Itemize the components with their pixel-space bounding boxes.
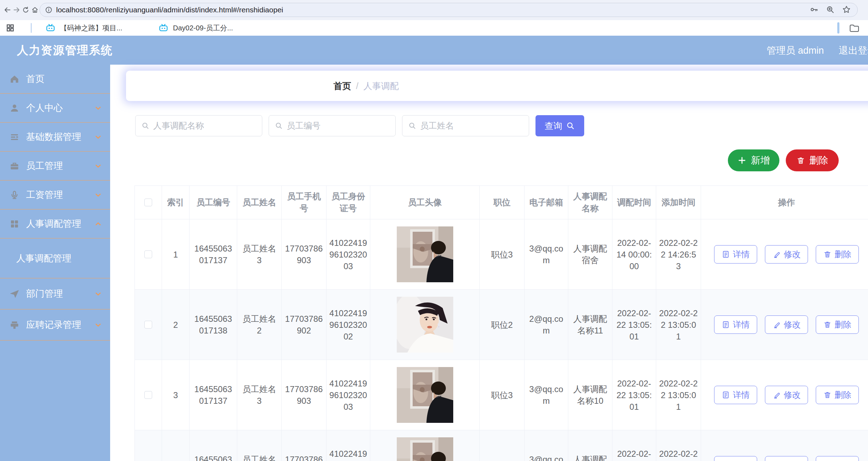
current-user[interactable]: 管理员 admin [767,44,824,57]
cell-alloc-time: 2022-02-22 13:05:01 [612,290,656,360]
address-bar[interactable]: localhost:8080/renliziyuanguanli/admin/d… [40,3,858,17]
cell-avatar [370,430,480,461]
col-alloc-name: 人事调配名称 [568,186,612,219]
browser-toolbar: localhost:8080/renliziyuanguanli/admin/d… [0,0,868,20]
search-icon [566,121,575,130]
delete-row-button-label: 删除 [834,319,851,330]
detail-row-button[interactable]: 详情 [714,245,757,264]
detail-row-button-label: 详情 [733,460,750,461]
cell-alloc-name: 人事调配名称11 [568,290,612,360]
employee-photo-man-viewing-artwork [397,437,453,461]
sidebar-item-employee-mgmt[interactable]: 员工管理 [0,152,110,181]
bookmark-star-icon[interactable] [842,5,851,16]
cell-emp-name: 员工姓名2 [237,290,282,360]
user-icon [9,103,20,113]
cell-index: 1 [162,219,190,290]
chevron-down-icon [94,162,102,170]
row-checkbox[interactable] [144,391,152,399]
sidebar-item-department-mgmt[interactable]: 部门管理 [0,278,110,309]
main-content: 首页 / 人事调配 人事调配名称 员工编号 员工姓名 查询 新增 删除 [110,65,868,461]
cell-position: 职位2 [480,290,525,360]
sidebar-item-hr-allocation[interactable]: 人事调配管理 [0,209,110,238]
bookmark-item[interactable]: 【码神之路】项目... [45,22,122,34]
bookmark-label: Day02-09-员工分... [173,23,233,33]
sidebar-item-label: 员工管理 [26,160,94,172]
bookmark-item[interactable]: Day02-09-员工分... [158,22,233,34]
sidebar-item-home[interactable]: 首页 [0,65,110,94]
sidebar-item-label: 基础数据管理 [26,131,94,143]
delete-button[interactable]: 删除 [786,149,839,171]
zoom-in-icon[interactable] [826,5,835,16]
edit-row-button-label: 修改 [784,319,801,330]
delete-row-button[interactable]: 删除 [816,315,859,334]
cell-index: 3 [162,360,190,430]
delete-button-label: 删除 [809,154,828,167]
sidebar-item-label: 部门管理 [26,288,94,300]
sidebar-item-personal-center[interactable]: 个人中心 [0,94,110,123]
cell-add-time: 2022-02-22 13:05:01 [656,360,701,430]
sidebar-item-label: 应聘记录管理 [26,319,94,331]
sidebar-item-base-data[interactable]: 基础数据管理 [0,123,110,152]
detail-row-button[interactable]: 详情 [714,315,757,334]
sidebar-item-salary-mgmt[interactable]: 工资管理 [0,181,110,209]
cell-emp-no: 16455063017137 [190,430,237,461]
add-button-label: 新增 [751,154,770,167]
col-avatar: 员工头像 [370,186,480,219]
cell-id-card: 410224199610232003 [327,219,370,290]
apps-grid-icon[interactable] [6,22,15,34]
table-row: 116455063017137员工姓名317703786903410224199… [135,219,868,290]
cell-actions: 详情 修改 删除 [701,290,868,360]
detail-row-button[interactable]: 详情 [714,386,757,404]
cell-position: 职位3 [480,430,525,461]
employee-no-input[interactable]: 员工编号 [269,115,396,136]
col-add-time: 添加时间 [656,186,701,219]
edit-row-button[interactable]: 修改 [765,386,808,404]
select-all-checkbox[interactable] [144,199,152,206]
cell-alloc-time: 2022-02-14 00:00:00 [612,219,656,290]
edit-row-button[interactable]: 修改 [765,456,808,461]
delete-row-button-label: 删除 [834,460,851,461]
mic-icon [9,190,20,200]
other-bookmarks-folder-icon[interactable] [849,22,859,34]
edit-row-button-label: 修改 [784,460,801,461]
employee-photo-woman-portrait [397,297,453,353]
document-icon [722,391,730,399]
edit-pen-icon [772,320,781,329]
breadcrumb: 首页 / 人事调配 [126,71,868,101]
breadcrumb-home[interactable]: 首页 [334,80,351,92]
url-text[interactable]: localhost:8080/renliziyuanguanli/admin/d… [56,6,283,14]
home-icon [9,74,20,84]
row-checkbox[interactable] [144,250,152,258]
cell-avatar [370,360,480,430]
site-info-icon[interactable] [45,6,53,14]
sidebar-item-recruit-records[interactable]: 应聘记录管理 [0,309,110,341]
password-key-icon[interactable] [809,5,819,16]
row-checkbox[interactable] [144,321,152,329]
cell-phone: 17703786903 [282,219,327,290]
grid-icon [9,219,20,229]
edit-row-button[interactable]: 修改 [765,245,808,264]
alloc-name-input[interactable]: 人事调配名称 [135,115,262,136]
delete-row-button[interactable]: 删除 [816,245,859,264]
detail-row-button[interactable]: 详情 [714,456,757,461]
delete-row-button[interactable]: 删除 [816,456,859,461]
delete-row-button-label: 删除 [834,389,851,401]
trash-icon [796,156,805,165]
sidebar-subitem-hr-allocation-mgmt[interactable]: 人事调配管理 [0,238,110,278]
cell-add-time: 2022-02-22 13:05:01 [656,430,701,461]
search-icon [275,122,283,130]
employee-photo-man-viewing-artwork [397,367,453,423]
delete-row-button[interactable]: 删除 [816,386,859,404]
employee-name-input[interactable]: 员工姓名 [402,115,529,136]
query-button[interactable]: 查询 [535,115,584,136]
cell-actions: 详情 修改 删除 [701,430,868,461]
search-icon [408,122,417,130]
add-button[interactable]: 新增 [728,149,779,171]
chevron-down-icon [94,104,102,112]
breadcrumb-current: 人事调配 [363,80,399,92]
send-icon [9,289,20,299]
bookmarks-scroll-indicator [837,22,839,34]
logout-link[interactable]: 退出登录 [839,44,868,57]
edit-row-button[interactable]: 修改 [765,315,808,334]
trash-icon [823,391,832,399]
